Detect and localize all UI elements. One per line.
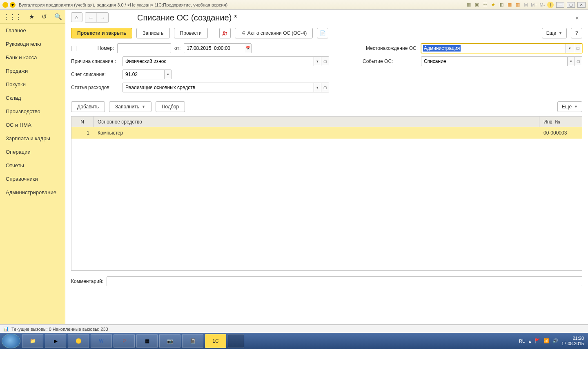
post-and-close-button[interactable]: Провести и закрыть: [71, 28, 132, 38]
comment-field[interactable]: [107, 276, 582, 286]
reason-field[interactable]: ▾ ▢: [122, 56, 329, 66]
help-icon[interactable]: i: [547, 2, 554, 8]
help-button[interactable]: ?: [571, 28, 582, 38]
event-field[interactable]: ▾ ▢: [421, 56, 582, 66]
taskbar-explorer-icon[interactable]: 📁: [22, 334, 43, 348]
titlebar-tool-icon[interactable]: ▣: [474, 2, 480, 8]
taskbar-media-icon[interactable]: ▶: [45, 334, 66, 348]
col-n[interactable]: N: [71, 117, 94, 127]
tray-lang[interactable]: RU: [519, 339, 526, 343]
tray-network-icon[interactable]: 📶: [543, 338, 549, 344]
sidebar-item-production[interactable]: Производство: [0, 105, 65, 118]
col-asset[interactable]: Основное средство: [94, 117, 539, 127]
calendar-icon[interactable]: 📅: [244, 44, 251, 53]
more-button[interactable]: Еще▼: [542, 28, 567, 38]
expense-label: Статья расходов:: [71, 85, 119, 90]
dropdown-icon[interactable]: ▾: [566, 44, 574, 53]
expense-field[interactable]: ▾ ▢: [122, 83, 329, 92]
status-bar: 📊 Текущие вызовы: 0 Накопленные вызовы: …: [0, 325, 588, 333]
taskbar-word-icon[interactable]: W: [91, 334, 112, 348]
number-field[interactable]: [117, 43, 171, 53]
window-close-button[interactable]: ✕: [577, 2, 586, 8]
tray-flag-icon[interactable]: 🚩: [535, 338, 540, 344]
windows-taskbar: 📁 ▶ 🟡 W P ▦ 📷 📓 1C RU ▴ 🚩 📶 🔊 21:20 17.0…: [0, 333, 588, 349]
location-field[interactable]: Администрация ▾ ▢: [421, 43, 582, 53]
memory-mplus-icon[interactable]: M+: [531, 2, 537, 8]
sidebar: ⋮⋮⋮ ★ ↺ 🔍 Главное Руководителю Банк и ка…: [0, 10, 65, 324]
sidebar-item-main[interactable]: Главное: [0, 24, 65, 37]
taskbar-chrome-icon[interactable]: 🟡: [68, 334, 89, 348]
fill-button[interactable]: Заполнить▼: [109, 101, 151, 112]
tray-volume-icon[interactable]: 🔊: [552, 338, 558, 344]
open-ref-icon[interactable]: ▢: [574, 44, 582, 53]
nav-back-button[interactable]: ←: [85, 13, 97, 22]
sidebar-item-reports[interactable]: Отчеты: [0, 159, 65, 172]
titlebar-tool-icon[interactable]: ◧: [498, 2, 505, 8]
dropdown-icon[interactable]: ▾: [314, 83, 321, 92]
tray-clock[interactable]: 21:20 17.08.2015: [561, 336, 584, 346]
app-menu-dropdown-icon[interactable]: ▾: [10, 2, 16, 8]
page-title: Списание ОС (создание) *: [137, 13, 237, 22]
sidebar-item-operations[interactable]: Операции: [0, 145, 65, 159]
sidebar-item-manager[interactable]: Руководителю: [0, 37, 65, 51]
dropdown-icon[interactable]: ▾: [164, 70, 171, 79]
date-field[interactable]: 📅: [184, 43, 252, 53]
sidebar-item-sales[interactable]: Продажи: [0, 64, 65, 78]
window-minimize-button[interactable]: —: [556, 2, 564, 8]
titlebar-tool-icon[interactable]: ▦: [466, 2, 472, 8]
add-row-button[interactable]: Добавить: [71, 101, 105, 112]
from-label: от:: [174, 45, 180, 51]
print-act-button[interactable]: 🖨Акт о списании ОС (ОС-4): [235, 28, 313, 38]
taskbar-calc-icon[interactable]: ▦: [136, 334, 158, 348]
history-icon[interactable]: ↺: [42, 13, 47, 20]
number-label: Номер:: [80, 45, 114, 51]
taskbar-powerpoint-icon[interactable]: P: [114, 334, 135, 348]
reason-label: Причина списания :: [71, 58, 119, 64]
nav-forward-button[interactable]: →: [97, 13, 108, 22]
nav-home-button[interactable]: ⌂: [71, 12, 82, 22]
titlebar-tool-icon[interactable]: ☷: [482, 2, 488, 8]
sidebar-item-admin[interactable]: Администрирование: [0, 186, 65, 199]
cell-n: 1: [71, 130, 94, 136]
favorite-star-icon[interactable]: ★: [490, 2, 497, 8]
taskbar-app-icon[interactable]: 📷: [159, 334, 180, 348]
calendar-icon[interactable]: ▥: [514, 2, 521, 8]
sidebar-item-warehouse[interactable]: Склад: [0, 91, 65, 105]
open-ref-icon[interactable]: ▢: [321, 83, 329, 92]
debit-credit-icon-button[interactable]: Дт: [219, 28, 231, 38]
attach-icon-button[interactable]: 📄: [317, 28, 328, 38]
favorites-star-icon[interactable]: ★: [29, 13, 34, 20]
window-maximize-button[interactable]: ▢: [567, 2, 575, 8]
sidebar-item-payroll[interactable]: Зарплата и кадры: [0, 132, 65, 145]
comment-label: Комментарий:: [71, 278, 103, 284]
dropdown-icon[interactable]: ▾: [567, 57, 575, 66]
tray-up-icon[interactable]: ▴: [529, 339, 531, 344]
taskbar-app2-icon[interactable]: [228, 334, 244, 348]
apps-grid-icon[interactable]: ⋮⋮⋮: [3, 13, 22, 20]
calculator-icon[interactable]: ▦: [506, 2, 513, 8]
sidebar-item-purchases[interactable]: Покупки: [0, 78, 65, 91]
sidebar-item-bank[interactable]: Банк и касса: [0, 51, 65, 64]
post-button[interactable]: Провести: [174, 28, 208, 38]
pick-button[interactable]: Подбор: [156, 101, 185, 112]
account-field[interactable]: ▾: [122, 70, 172, 79]
col-inv[interactable]: Инв. №: [539, 117, 582, 127]
close-tab-button[interactable]: ×: [572, 13, 582, 23]
start-button[interactable]: [2, 334, 20, 348]
table-row[interactable]: 1 Компьютер 00-000003: [71, 127, 582, 139]
sidebar-item-directories[interactable]: Справочники: [0, 172, 65, 186]
table-more-button[interactable]: Еще▼: [557, 101, 582, 112]
open-ref-icon[interactable]: ▢: [321, 57, 329, 66]
printer-icon: 🖨: [241, 30, 246, 36]
open-ref-icon[interactable]: ▢: [575, 57, 582, 66]
sidebar-item-assets[interactable]: ОС и НМА: [0, 118, 65, 132]
memory-mminus-icon[interactable]: M-: [539, 2, 546, 8]
dropdown-icon[interactable]: ▾: [314, 57, 321, 66]
taskbar-notes-icon[interactable]: 📓: [182, 334, 203, 348]
mark-checkbox[interactable]: [71, 46, 76, 51]
save-button[interactable]: Записать: [136, 28, 169, 38]
memory-m-icon[interactable]: M: [523, 2, 529, 8]
cell-asset: Компьютер: [94, 130, 539, 136]
taskbar-1c-icon[interactable]: 1C: [205, 334, 226, 348]
search-icon[interactable]: 🔍: [54, 13, 62, 20]
